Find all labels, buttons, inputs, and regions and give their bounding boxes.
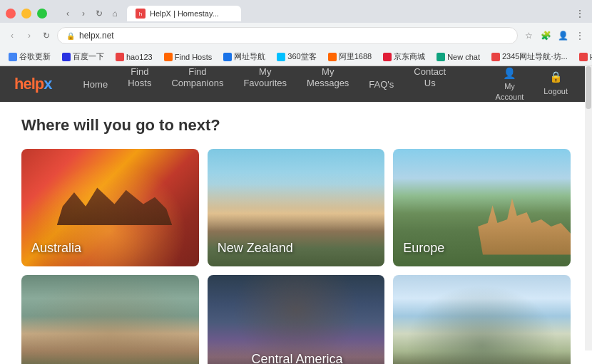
lock-icon-nav: 🔒	[549, 71, 563, 83]
bm-icon-hao123	[116, 53, 124, 61]
star-button[interactable]: ☆	[522, 29, 535, 42]
bm-icon-findhosts	[164, 53, 173, 61]
nav-home-label: Home	[83, 79, 108, 90]
nav-my-favourites[interactable]: My Favourites	[233, 66, 297, 102]
nav-find-companions[interactable]: Find Companions	[161, 66, 233, 102]
nav-right: 👤 My Account 🔒 Logout	[486, 66, 578, 102]
close-btn[interactable]	[6, 9, 16, 19]
bookmark-hao123[interactable]: hao123	[113, 52, 155, 62]
destinations-grid: Australia New Zealand Europe North Ameri…	[21, 149, 571, 364]
scrollbar[interactable]	[585, 66, 592, 350]
bookmark-wangzhi[interactable]: 网址导航	[220, 51, 268, 63]
bm-icon-helpx1	[579, 53, 588, 61]
site-logo[interactable]: helpx	[14, 75, 51, 93]
nav-favourites-label: My	[259, 66, 271, 78]
tab-bar: ‹ › ↻ ⌂ h HelpX | Homestay... ⋮	[0, 0, 592, 23]
nav-messages-label: My	[322, 66, 334, 78]
address-bar[interactable]: 🔒 helpx.net	[57, 27, 518, 44]
nav-logout-label: Logout	[543, 86, 568, 97]
destination-south-america[interactable]: South America	[393, 275, 571, 364]
bookmark-label: hao123	[126, 53, 153, 61]
refresh-button[interactable]: ↻	[93, 7, 106, 20]
nav-find-companions-label2: Companions	[171, 78, 223, 89]
bm-icon-ali	[328, 53, 337, 61]
destination-europe[interactable]: Europe	[393, 149, 571, 266]
bookmark-label: 网址导航	[234, 51, 265, 62]
nav-find-companions-label: Find	[188, 66, 206, 78]
destination-nz-label: New Zealand	[218, 241, 293, 256]
nav-find-hosts[interactable]: Find Hosts	[118, 66, 161, 102]
nav-logout[interactable]: 🔒 Logout	[534, 66, 578, 102]
destination-australia-label: Australia	[31, 241, 81, 256]
url-text: helpx.net	[79, 31, 114, 41]
extensions-icon[interactable]: 🧩	[539, 29, 552, 42]
home-button[interactable]: ⌂	[108, 7, 121, 20]
bookmark-ali[interactable]: 阿里1688	[325, 51, 374, 63]
nav-contact-us[interactable]: Contact Us	[404, 66, 456, 102]
nav-my-account[interactable]: 👤 My Account	[486, 66, 534, 102]
maximize-btn[interactable]	[37, 9, 47, 19]
bookmark-360[interactable]: 360堂客	[274, 51, 319, 63]
nav-faqs-label: FAQ's	[369, 79, 394, 90]
bookmark-helpx1[interactable]: HelpX | Homestay...	[576, 52, 592, 62]
scrollbar-thumb[interactable]	[586, 66, 591, 109]
page-title: Where will you go to next?	[21, 116, 571, 135]
bm-icon-jd	[383, 53, 392, 61]
nav-account-label: My	[504, 83, 515, 90]
logo-x: x	[44, 75, 51, 93]
browser-refresh[interactable]: ↻	[40, 29, 53, 42]
nav-favourites-label2: Favourites	[243, 78, 287, 89]
browser-chrome: ‹ › ↻ ⌂ h HelpX | Homestay... ⋮ ‹ › ↻ 🔒 …	[0, 0, 592, 66]
menu-button[interactable]: ⋮	[573, 29, 586, 42]
bookmark-label: Find Hosts	[175, 53, 213, 61]
nav-my-messages[interactable]: My Messages	[297, 66, 359, 102]
bookmark-baidu[interactable]: 百度一下	[59, 51, 107, 63]
nav-buttons: ‹ › ↻ ⌂	[61, 7, 121, 20]
bookmark-label: 京东商城	[394, 51, 425, 62]
extensions-button[interactable]: ⋮	[573, 7, 586, 20]
back-button[interactable]: ‹	[61, 7, 74, 20]
security-icon: 🔒	[66, 32, 75, 40]
bookmark-label: 阿里1688	[339, 51, 372, 62]
nav-find-hosts-label2: Hosts	[128, 78, 151, 89]
address-bar-row: ‹ › ↻ 🔒 helpx.net ☆ 🧩 👤 ⋮	[0, 23, 592, 48]
bm-icon-360	[277, 53, 285, 61]
site-navigation: helpx Home Find Hosts Find Companions My…	[0, 66, 592, 102]
tab-title: HelpX | Homestay...	[150, 9, 219, 18]
nav-faqs[interactable]: FAQ's	[359, 66, 404, 102]
bookmark-newchat[interactable]: New chat	[434, 52, 483, 62]
bookmark-2345[interactable]: 2345网址导航·坊...	[489, 51, 571, 63]
bookmark-label: New chat	[447, 53, 480, 61]
destination-europe-label: Europe	[403, 241, 444, 256]
tab-favicon: h	[136, 9, 146, 19]
bookmark-jd[interactable]: 京东商城	[380, 51, 428, 63]
bookmarks-bar: 谷歌更新 百度一下 hao123 Find Hosts 网址导航 360堂客 阿…	[0, 48, 592, 66]
profile-icon[interactable]: 👤	[556, 29, 569, 42]
browser-back[interactable]: ‹	[6, 29, 19, 42]
bookmark-guge[interactable]: 谷歌更新	[6, 51, 53, 63]
nav-contact-label: Contact	[414, 66, 446, 78]
browser-forward[interactable]: ›	[23, 29, 36, 42]
destination-australia[interactable]: Australia	[21, 149, 199, 266]
bookmark-label: 百度一下	[73, 51, 104, 62]
forward-button[interactable]: ›	[77, 7, 90, 20]
bm-icon-baidu	[62, 53, 71, 61]
destination-north-america[interactable]: North America	[21, 275, 199, 364]
destination-central-america[interactable]: Central America& Caribbean	[208, 275, 385, 364]
nav-find-hosts-label: Find	[131, 66, 148, 78]
bookmark-label: 2345网址导航·坊...	[502, 51, 568, 62]
main-content: Where will you go to next? Australia New…	[0, 102, 592, 364]
destination-ca-label: Central America& Caribbean	[218, 352, 377, 364]
bookmark-findhosts[interactable]: Find Hosts	[161, 52, 215, 62]
person-icon: 👤	[503, 67, 516, 80]
destination-new-zealand[interactable]: New Zealand	[208, 149, 385, 266]
nav-messages-label2: Messages	[307, 78, 349, 89]
nav-links: Home Find Hosts Find Companions My Favou…	[73, 66, 485, 102]
nav-home[interactable]: Home	[73, 66, 118, 102]
bookmark-label: 360堂客	[287, 51, 316, 62]
active-tab[interactable]: h HelpX | Homestay...	[127, 6, 241, 21]
nav-contact-label2: Us	[424, 78, 436, 89]
bm-icon-2345	[491, 53, 500, 61]
minimize-btn[interactable]	[21, 9, 31, 19]
nav-account-label2: Account	[496, 93, 524, 101]
